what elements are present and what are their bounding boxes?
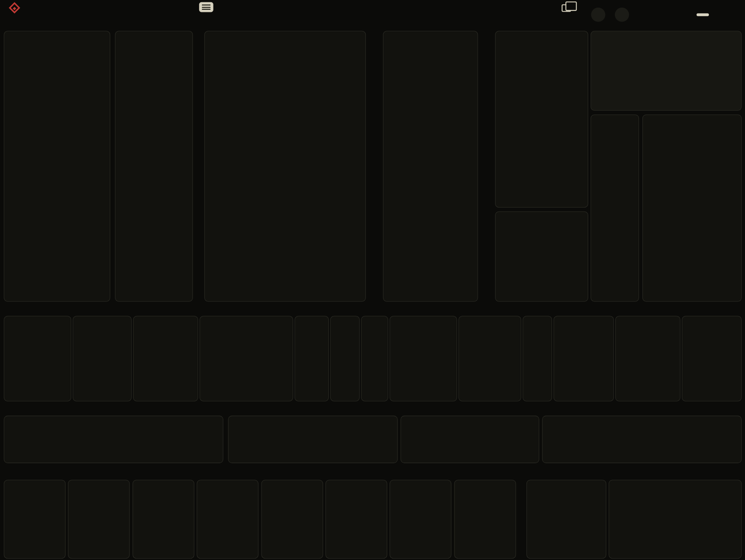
panel-out1: [4, 480, 65, 559]
panel-f2b: [330, 316, 360, 401]
panel-geiger1: [615, 316, 680, 401]
panel-sh: [590, 114, 639, 301]
redo-button[interactable]: [615, 8, 629, 22]
panel-wire-editor: [590, 31, 742, 111]
panel-trig: [361, 316, 388, 401]
menu-icon[interactable]: [199, 2, 213, 12]
panel-invert: [522, 316, 552, 401]
panel-geiger2: [682, 316, 742, 401]
panel-cc: [609, 480, 742, 559]
panel-out8: [454, 480, 516, 559]
panel-out3: [133, 480, 194, 559]
panel-out5: [261, 480, 323, 559]
app-window: [0, 0, 745, 560]
panel-const: [554, 316, 614, 401]
panel-mux: [4, 31, 110, 302]
panel-out4: [197, 480, 258, 559]
panel-not: [133, 316, 198, 401]
panel-axb: [459, 316, 521, 401]
panel-counters: [642, 114, 742, 301]
panel-aeb: [199, 316, 293, 401]
panel-midi: [4, 416, 223, 463]
panel-and: [73, 316, 132, 401]
panel-out6: [326, 480, 387, 559]
panel-out7: [389, 480, 451, 559]
undo-button[interactable]: [591, 8, 605, 22]
app-logo-icon: [11, 4, 19, 12]
panel-or: [4, 316, 71, 401]
panel-wrapm: [389, 316, 457, 401]
panel-arp2: [400, 416, 539, 463]
panel-arp1: [228, 416, 398, 463]
panel-shift: [204, 31, 366, 302]
panel-scale: [527, 480, 606, 559]
panel-hold: [495, 212, 588, 302]
scene-copy-icon[interactable]: [562, 4, 571, 12]
panel-converters: [383, 31, 478, 302]
panel-seq: [542, 416, 742, 463]
panel-demux: [115, 31, 193, 302]
sound-button[interactable]: [696, 13, 709, 16]
panel-clock: [495, 31, 588, 208]
panel-out2: [68, 480, 130, 559]
panel-f2a: [294, 316, 329, 401]
